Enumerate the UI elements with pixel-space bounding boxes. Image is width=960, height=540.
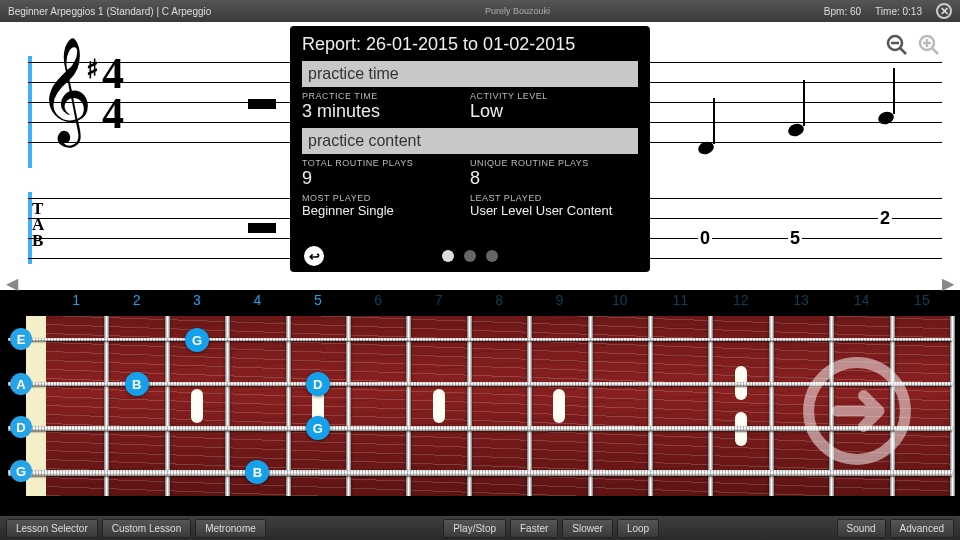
string-4[interactable] — [8, 470, 952, 476]
section-practice-time: practice time — [302, 61, 638, 87]
slower-button[interactable]: Slower — [562, 519, 613, 538]
inlay-9 — [553, 389, 565, 423]
tab-clef: TAB — [32, 201, 44, 249]
inlay-7 — [433, 389, 445, 423]
pager-dot-3[interactable] — [486, 250, 498, 262]
play-stop-button[interactable]: Play/Stop — [443, 519, 506, 538]
tab-rest — [248, 223, 276, 233]
report-panel: Report: 26-01-2015 to 01-02-2015 practic… — [290, 26, 650, 272]
report-back-button[interactable]: ↩ — [304, 246, 324, 266]
fret-marker-d-f5-s2[interactable]: D — [306, 372, 330, 396]
brand-label: Purely Bouzouki — [211, 6, 824, 16]
svg-line-4 — [932, 48, 938, 54]
fret-numbers: 12345 678910 1112131415 — [46, 292, 952, 314]
fret-marker-g-f5-s3[interactable]: G — [306, 416, 330, 440]
metronome-button[interactable]: Metronome — [195, 519, 266, 538]
practice-time-value: 3 minutes — [302, 101, 470, 122]
fret-marker-b-f2-s2[interactable]: B — [125, 372, 149, 396]
fretboard[interactable]: E A D G GBDGB — [8, 316, 952, 496]
total-plays-value: 9 — [302, 168, 470, 189]
fret-6 — [406, 316, 411, 496]
tab-num-2: 5 — [788, 228, 802, 249]
fret-12 — [769, 316, 774, 496]
fret-9 — [588, 316, 593, 496]
top-bar: Beginner Arpeggios 1 (Standard) | C Arpe… — [0, 0, 960, 22]
play-overlay-button[interactable] — [802, 356, 912, 466]
loop-button[interactable]: Loop — [617, 519, 659, 538]
inlay-3 — [191, 389, 203, 423]
svg-line-1 — [900, 48, 906, 54]
treble-clef-icon: 𝄞 — [38, 44, 92, 136]
activity-level-value: Low — [470, 101, 638, 122]
fret-2 — [165, 316, 170, 496]
report-title: Report: 26-01-2015 to 01-02-2015 — [302, 34, 638, 55]
time-readout: Time: 0:13 — [875, 6, 922, 17]
pager-dot-2[interactable] — [464, 250, 476, 262]
advanced-button[interactable]: Advanced — [890, 519, 954, 538]
open-string-a[interactable]: A — [10, 373, 32, 395]
key-signature: ♯ — [86, 54, 99, 85]
fret-7 — [467, 316, 472, 496]
close-button[interactable]: ✕ — [936, 3, 952, 19]
time-signature: 44 — [102, 54, 124, 133]
open-string-d[interactable]: D — [10, 416, 32, 438]
lesson-title: Beginner Arpeggios 1 (Standard) | C Arpe… — [8, 6, 211, 17]
bpm-readout: Bpm: 60 — [824, 6, 861, 17]
bottom-bar: Lesson Selector Custom Lesson Metronome … — [0, 516, 960, 540]
fret-3 — [225, 316, 230, 496]
zoom-out-button[interactable] — [884, 32, 910, 58]
least-played-value: User Level User Content — [470, 203, 638, 218]
zoom-in-button[interactable] — [916, 32, 942, 58]
string-1[interactable] — [8, 338, 952, 341]
most-played-value: Beginner Single — [302, 203, 470, 218]
tab-num-3: 2 — [878, 208, 892, 229]
unique-plays-value: 8 — [470, 168, 638, 189]
section-practice-content: practice content — [302, 128, 638, 154]
fret-5 — [346, 316, 351, 496]
prev-page-button[interactable]: ◀ — [6, 274, 18, 293]
lesson-selector-button[interactable]: Lesson Selector — [6, 519, 98, 538]
open-string-g[interactable]: G — [10, 460, 32, 482]
whole-rest — [248, 99, 276, 109]
fret-8 — [527, 316, 532, 496]
custom-lesson-button[interactable]: Custom Lesson — [102, 519, 191, 538]
fret-10 — [648, 316, 653, 496]
faster-button[interactable]: Faster — [510, 519, 558, 538]
pager-dot-1[interactable] — [442, 250, 454, 262]
open-string-e[interactable]: E — [10, 328, 32, 350]
fret-1 — [104, 316, 109, 496]
tab-num-1: 0 — [698, 228, 712, 249]
fret-marker-g-f3-s1[interactable]: G — [185, 328, 209, 352]
next-page-button[interactable]: ▶ — [942, 274, 954, 293]
sound-button[interactable]: Sound — [837, 519, 886, 538]
fret-4 — [286, 316, 291, 496]
fret-15 — [950, 316, 955, 496]
fret-11 — [708, 316, 713, 496]
